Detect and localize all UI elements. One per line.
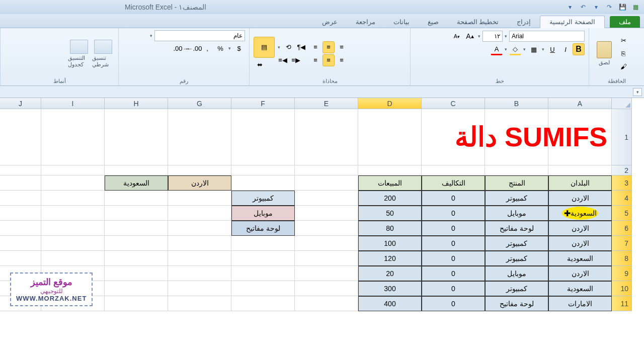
cell[interactable] bbox=[0, 206, 41, 221]
borders-icon[interactable]: ▦ bbox=[528, 43, 540, 55]
decrease-font-icon[interactable]: A▾ bbox=[451, 30, 463, 42]
increase-font-icon[interactable]: A▴ bbox=[464, 30, 476, 42]
cell[interactable] bbox=[0, 165, 41, 175]
number-format-select[interactable]: عام bbox=[154, 30, 245, 41]
cell[interactable] bbox=[168, 165, 231, 175]
cell[interactable]: 0 bbox=[422, 236, 485, 251]
cell[interactable] bbox=[105, 266, 168, 281]
cell[interactable] bbox=[105, 296, 168, 311]
cell[interactable]: 80 bbox=[358, 221, 422, 236]
row-header[interactable]: 1 bbox=[612, 109, 632, 165]
row-header[interactable]: 6 bbox=[612, 221, 632, 236]
cell[interactable] bbox=[41, 221, 105, 236]
currency-icon[interactable]: $ bbox=[233, 42, 245, 54]
cell[interactable] bbox=[41, 175, 105, 191]
cell[interactable]: موبايل bbox=[485, 206, 548, 221]
row-header[interactable]: 5 bbox=[612, 206, 632, 221]
cell[interactable] bbox=[41, 109, 105, 165]
cell[interactable]: السعودية bbox=[105, 175, 168, 191]
cell[interactable] bbox=[105, 236, 168, 251]
cell[interactable] bbox=[41, 251, 105, 266]
cell[interactable] bbox=[105, 165, 168, 175]
cell[interactable] bbox=[295, 109, 358, 165]
cut-icon[interactable]: ✂ bbox=[617, 35, 629, 47]
cell[interactable]: لوحة مفاتيح bbox=[485, 296, 548, 311]
tab-file[interactable]: ملف bbox=[610, 16, 640, 28]
row-header[interactable]: 3 bbox=[612, 175, 632, 191]
tab-layout[interactable]: تخطيط الصفحة bbox=[448, 16, 508, 28]
cell[interactable] bbox=[168, 109, 231, 165]
rtl-icon[interactable]: ¶◀ bbox=[295, 41, 307, 53]
cell[interactable] bbox=[485, 165, 548, 175]
cell[interactable]: 0 bbox=[422, 206, 485, 221]
row-header[interactable]: 10 bbox=[612, 281, 632, 296]
cell[interactable] bbox=[168, 206, 231, 221]
cell[interactable]: الامارات bbox=[548, 296, 612, 311]
select-all-corner[interactable] bbox=[612, 98, 632, 109]
cell[interactable] bbox=[41, 236, 105, 251]
cell[interactable]: موبايل bbox=[231, 206, 295, 221]
cell[interactable] bbox=[231, 251, 295, 266]
cell[interactable] bbox=[0, 109, 41, 165]
col-header[interactable]: D bbox=[358, 98, 422, 109]
cell[interactable] bbox=[295, 266, 358, 281]
cell[interactable]: التكاليف bbox=[422, 175, 485, 191]
cell[interactable]: المنتج bbox=[485, 175, 548, 191]
cell[interactable] bbox=[168, 266, 231, 281]
dropdown-icon[interactable]: ▾ bbox=[566, 3, 575, 12]
align-bottom-icon[interactable]: ≡ bbox=[336, 41, 348, 53]
col-header[interactable]: B bbox=[485, 98, 548, 109]
merge-icon[interactable]: ⬌ bbox=[254, 59, 266, 71]
spreadsheet-grid[interactable]: J I H G F E D C B A دالة SUMIFS12السعودي… bbox=[0, 98, 644, 311]
undo-icon[interactable]: ↶ bbox=[579, 3, 588, 12]
tab-insert[interactable]: إدراج bbox=[508, 16, 540, 28]
cell[interactable]: 0 bbox=[422, 221, 485, 236]
tab-home[interactable]: الصفحة الرئيسية bbox=[540, 16, 605, 28]
cell[interactable]: 20 bbox=[358, 266, 422, 281]
cell[interactable]: 0 bbox=[422, 266, 485, 281]
cell[interactable]: موبايل bbox=[485, 266, 548, 281]
cell[interactable]: 0 bbox=[422, 191, 485, 206]
cell[interactable] bbox=[231, 109, 295, 165]
align-right-icon[interactable]: ≡ bbox=[336, 54, 348, 66]
cell[interactable] bbox=[295, 236, 358, 251]
cell[interactable] bbox=[0, 221, 41, 236]
cell[interactable] bbox=[295, 175, 358, 191]
wrap-text-icon[interactable]: ▤ bbox=[254, 37, 275, 58]
dropdown-icon[interactable]: ▾ bbox=[504, 34, 508, 39]
cell[interactable] bbox=[231, 266, 295, 281]
col-header[interactable]: C bbox=[422, 98, 485, 109]
cell[interactable]: البلدان bbox=[548, 175, 612, 191]
orientation-icon[interactable]: ⟲ bbox=[282, 41, 294, 53]
tab-review[interactable]: مراجعة bbox=[347, 16, 384, 28]
row-header[interactable]: 11 bbox=[612, 296, 632, 311]
cell[interactable] bbox=[168, 221, 231, 236]
col-header[interactable]: A bbox=[548, 98, 612, 109]
cell[interactable] bbox=[231, 281, 295, 296]
row-header[interactable]: 2 bbox=[612, 165, 632, 175]
row-header[interactable]: 8 bbox=[612, 251, 632, 266]
cell[interactable]: 400 bbox=[358, 296, 422, 311]
row-header[interactable]: 4 bbox=[612, 191, 632, 206]
cell[interactable] bbox=[231, 296, 295, 311]
percent-style-icon[interactable]: % bbox=[214, 42, 226, 54]
comma-style-icon[interactable]: , bbox=[201, 42, 213, 54]
cell[interactable] bbox=[105, 221, 168, 236]
dropdown-icon[interactable]: ▾ bbox=[477, 34, 481, 39]
copy-icon[interactable]: ⎘ bbox=[617, 48, 629, 60]
cell[interactable] bbox=[0, 251, 41, 266]
cell[interactable] bbox=[295, 206, 358, 221]
font-name-select[interactable]: Arial bbox=[509, 31, 585, 42]
cell[interactable] bbox=[358, 165, 422, 175]
bold-button[interactable]: B bbox=[573, 43, 585, 55]
cell[interactable]: لوحة مفاتيح bbox=[231, 221, 295, 236]
cell[interactable] bbox=[295, 165, 358, 175]
cell[interactable] bbox=[358, 109, 422, 165]
cell[interactable]: ✚السعودية bbox=[548, 206, 612, 221]
cell[interactable] bbox=[41, 206, 105, 221]
cell[interactable]: 0 bbox=[422, 281, 485, 296]
align-middle-icon[interactable]: ≡ bbox=[323, 41, 335, 53]
tab-data[interactable]: بيانات bbox=[384, 16, 419, 28]
cell[interactable] bbox=[105, 191, 168, 206]
font-color-icon[interactable]: A bbox=[491, 43, 503, 55]
